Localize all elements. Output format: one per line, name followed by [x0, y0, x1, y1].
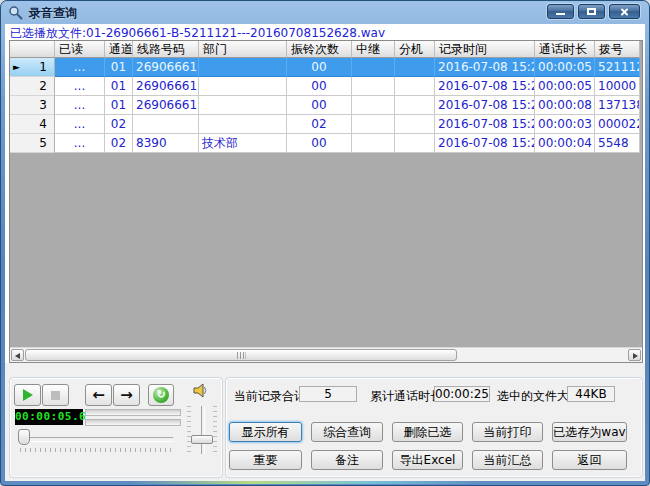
row-header[interactable]: 4	[10, 115, 55, 134]
table-cell: 00:00:05	[535, 58, 595, 77]
row-header[interactable]: 3	[10, 96, 55, 115]
print-current-button[interactable]: 当前打印	[472, 422, 543, 442]
play-button[interactable]	[14, 384, 41, 406]
column-header[interactable]: 通道	[105, 41, 133, 58]
table-cell	[352, 58, 395, 77]
screen: 录音查询 已选播放文件:01-26906661-B-5211121---2016…	[0, 0, 650, 486]
actions-panel: 当前记录合计 5 累计通话时长 00:00:25 选中的文件大小 44KB 显示…	[225, 377, 643, 478]
row-number: 5	[39, 135, 47, 152]
scroll-left-button[interactable]	[11, 349, 24, 361]
table-cell	[395, 134, 435, 153]
table-cell	[199, 58, 287, 77]
scroll-right-icon	[633, 353, 638, 359]
table-row[interactable]: 2...0126906661002016-07-08 15:26:4200:00…	[10, 77, 642, 96]
table-cell: 02	[287, 115, 352, 134]
level-meter-top	[85, 409, 181, 416]
stop-button[interactable]	[42, 384, 69, 406]
table-cell	[395, 115, 435, 134]
table-cell	[352, 134, 395, 153]
table-cell: 26906661	[133, 77, 199, 96]
column-header[interactable]: 通话时长	[535, 41, 595, 58]
arrow-right-icon: →	[120, 386, 133, 404]
position-slider-thumb[interactable]	[18, 429, 30, 445]
column-header[interactable]: 拨号	[595, 41, 640, 58]
horizontal-scrollbar[interactable]	[10, 347, 642, 362]
volume-slider[interactable]	[201, 406, 205, 454]
column-header[interactable]: 中继	[352, 41, 395, 58]
position-slider[interactable]	[20, 437, 173, 442]
mark-important-button[interactable]: 重要	[229, 450, 302, 470]
row-header[interactable]: 2	[10, 77, 55, 96]
table-cell: 13713849	[595, 96, 640, 115]
table-corner-cell[interactable]	[10, 41, 55, 58]
column-header[interactable]: 线路号码	[133, 41, 199, 58]
table-cell	[352, 115, 395, 134]
next-record-button[interactable]: →	[113, 384, 140, 406]
filesize-value: 44KB	[567, 386, 615, 402]
volume-ticks-right	[213, 406, 217, 454]
table-cell: 00	[287, 134, 352, 153]
status-bar: 已选播放文件:01-26906661-B-5211121---201607081…	[5, 24, 645, 40]
column-header[interactable]: 记录时间	[435, 41, 535, 58]
export-excel-button[interactable]: 导出Excel	[392, 450, 463, 470]
column-header[interactable]: 部门	[199, 41, 287, 58]
table-cell	[133, 115, 199, 134]
maximize-button[interactable]	[578, 4, 605, 19]
remark-button[interactable]: 备注	[311, 450, 383, 470]
record-total-label: 当前记录合计	[234, 388, 306, 405]
table-cell: ...	[55, 58, 105, 77]
table-cell	[199, 96, 287, 115]
table-cell: ...	[55, 134, 105, 153]
save-selected-as-wav-button[interactable]: 已选存为wav	[552, 422, 627, 442]
table-cell	[199, 77, 287, 96]
table-cell	[395, 58, 435, 77]
scroll-right-button[interactable]	[628, 349, 641, 361]
show-all-button[interactable]: 显示所有	[229, 422, 302, 442]
table-cell: ...	[55, 77, 105, 96]
row-indicator-icon: ►	[13, 59, 20, 76]
previous-record-button[interactable]: ←	[85, 384, 112, 406]
table-cell: 2016-07-08 15:27:13	[435, 115, 535, 134]
volume-slider-thumb[interactable]	[191, 435, 213, 444]
magnifier-icon	[8, 5, 23, 20]
table-cell: 02	[105, 115, 133, 134]
advanced-query-button[interactable]: 综合查询	[311, 422, 383, 442]
table-cell	[352, 96, 395, 115]
column-header[interactable]: 振铃次数	[287, 41, 352, 58]
row-header[interactable]: ►1	[10, 58, 55, 77]
table-cell: 2016-07-08 15:26:28	[435, 58, 535, 77]
return-button[interactable]: 返回	[552, 450, 627, 470]
table-row[interactable]: 4...02022016-07-08 15:27:1300:00:0300002…	[10, 115, 642, 134]
grid-body: ►1...0126906661002016-07-08 15:26:2800:0…	[10, 58, 642, 153]
delete-selected-button[interactable]: 删除已选	[392, 422, 463, 442]
column-header[interactable]: 分机	[395, 41, 435, 58]
table-row[interactable]: 3...0126906661002016-07-08 15:26:5400:00…	[10, 96, 642, 115]
play-icon	[23, 389, 33, 401]
scrollbar-thumb[interactable]	[25, 349, 457, 361]
current-summary-button[interactable]: 当前汇总	[472, 450, 543, 470]
table-cell: 00:00:04	[535, 134, 595, 153]
loop-button[interactable]: ↻	[148, 384, 174, 406]
table-cell: 00:00:08	[535, 96, 595, 115]
table-cell: 01	[105, 96, 133, 115]
table-cell: 00	[287, 58, 352, 77]
column-header[interactable]: 已读	[55, 41, 105, 58]
minimize-button[interactable]	[547, 4, 574, 19]
duration-value: 00:00:25	[434, 386, 490, 402]
grid-header: 已读通道线路号码部门振铃次数中继分机记录时间通话时长拨号	[10, 41, 642, 58]
client-area: 已选播放文件:01-26906661-B-5211121---201607081…	[5, 24, 645, 481]
table-cell: ...	[55, 115, 105, 134]
close-button[interactable]	[609, 4, 640, 19]
level-meter-bottom	[85, 419, 181, 426]
row-header[interactable]: 5	[10, 134, 55, 153]
volume-ticks-left	[187, 406, 191, 454]
player-panel: ← → ↻ 00:00:05.6	[9, 377, 223, 478]
titlebar[interactable]: 录音查询	[1, 1, 649, 24]
table-row[interactable]: ►1...0126906661002016-07-08 15:26:2800:0…	[10, 58, 642, 77]
table-cell	[199, 115, 287, 134]
time-display: 00:00:05.6	[15, 409, 83, 425]
table-row[interactable]: 5...028390技术部002016-07-08 15:28:0700:00:…	[10, 134, 642, 153]
table-empty-area	[10, 153, 642, 347]
table-cell: 01	[105, 77, 133, 96]
table-cell: 8390	[133, 134, 199, 153]
